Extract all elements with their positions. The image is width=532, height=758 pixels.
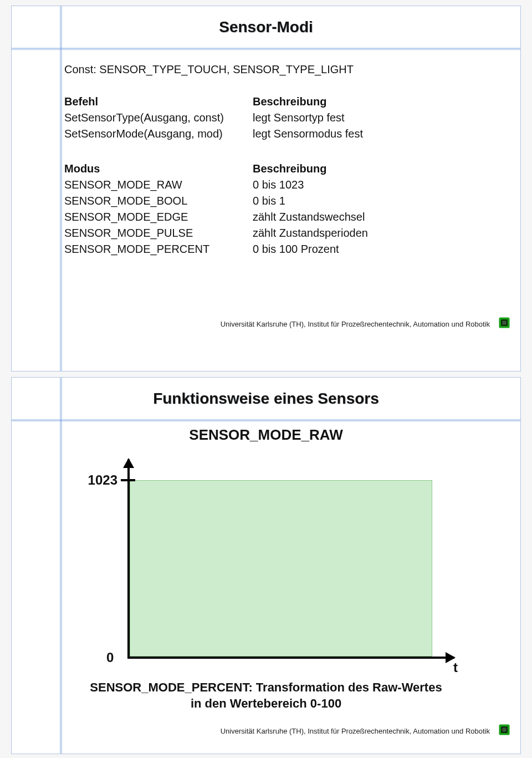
slide-sensor-modi: Sensor-Modi Const: SENSOR_TYPE_TOUCH, SE… [11,6,521,372]
institute-logo-icon [497,316,511,332]
slide-title: Sensor-Modi [12,6,520,49]
table-row: SENSOR_MODE_RAW0 bis 1023 [64,177,368,193]
table-head: Beschreibung [253,94,363,110]
table-head: Modus [64,161,253,177]
slide-footer: Universität Karlsruhe (TH), Institut für… [12,316,520,335]
table-row: SENSOR_MODE_PULSEzählt Zustandsperioden [64,225,368,241]
slide-content: SENSOR_MODE_RAW 1023 0 t SENSOR_MODE_PER… [12,421,520,723]
footer-text: Universität Karlsruhe (TH), Institut für… [221,320,490,328]
chart-annotation: SENSOR_MODE_PERCENT: Transformation des … [89,680,443,711]
table-row: SetSensorMode(Ausgang, mod) legt Sensorm… [64,126,363,142]
svg-rect-5 [503,728,507,732]
x-axis-label: t [453,660,458,675]
chart-title: SENSOR_MODE_RAW [45,426,487,444]
table-row: SetSensorType(Ausgang, const) legt Senso… [64,110,363,126]
institute-logo-icon [497,723,511,739]
table-head: Befehl [64,94,253,110]
x-axis [127,657,454,659]
table-row: SENSOR_MODE_PERCENT0 bis 100 Prozent [64,241,368,257]
slide-content: Const: SENSOR_TYPE_TOUCH, SENSOR_TYPE_LI… [12,49,520,316]
y-axis [127,459,130,659]
table-head: Beschreibung [253,161,368,177]
footer-text: Universität Karlsruhe (TH), Institut für… [221,727,490,735]
modes-table: Modus Beschreibung SENSOR_MODE_RAW0 bis … [64,161,368,257]
y-tick-label: 0 [106,650,114,665]
chart-area [130,480,432,657]
y-tick [121,479,135,481]
commands-table: Befehl Beschreibung SetSensorType(Ausgan… [64,94,363,142]
const-line: Const: SENSOR_TYPE_TOUCH, SENSOR_TYPE_LI… [64,63,468,76]
table-row: SENSOR_MODE_EDGEzählt Zustandswechsel [64,209,368,225]
slide-funktionsweise: Funktionsweise eines Sensors SENSOR_MODE… [11,377,521,754]
svg-rect-2 [503,321,507,325]
chart: 1023 0 t [78,459,454,670]
slide-footer: Universität Karlsruhe (TH), Institut für… [12,723,520,742]
slide-title: Funktionsweise eines Sensors [12,378,520,421]
y-tick-label: 1023 [78,472,117,488]
table-row: SENSOR_MODE_BOOL0 bis 1 [64,193,368,209]
